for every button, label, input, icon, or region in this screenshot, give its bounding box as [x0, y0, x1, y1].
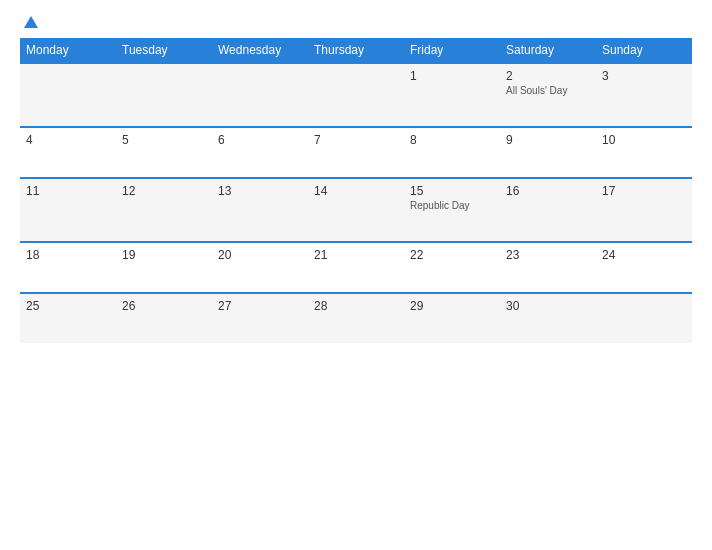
day-header-tuesday: Tuesday [116, 38, 212, 63]
holiday-label: All Souls' Day [506, 85, 590, 96]
calendar-cell [596, 293, 692, 343]
day-number: 26 [122, 299, 206, 313]
day-number: 1 [410, 69, 494, 83]
calendar-cell: 5 [116, 127, 212, 178]
calendar-cell: 12 [116, 178, 212, 242]
day-number: 19 [122, 248, 206, 262]
calendar-cell: 26 [116, 293, 212, 343]
day-number: 27 [218, 299, 302, 313]
day-number: 28 [314, 299, 398, 313]
day-header-thursday: Thursday [308, 38, 404, 63]
calendar-cell: 17 [596, 178, 692, 242]
calendar-week-2: 45678910 [20, 127, 692, 178]
calendar-week-4: 18192021222324 [20, 242, 692, 293]
day-number: 30 [506, 299, 590, 313]
day-number: 11 [26, 184, 110, 198]
calendar-week-3: 1112131415Republic Day1617 [20, 178, 692, 242]
page-header [20, 16, 692, 28]
calendar-cell: 11 [20, 178, 116, 242]
day-number: 10 [602, 133, 686, 147]
day-number: 25 [26, 299, 110, 313]
calendar-cell: 3 [596, 63, 692, 127]
calendar-cell [308, 63, 404, 127]
calendar-cell: 15Republic Day [404, 178, 500, 242]
calendar-cell: 19 [116, 242, 212, 293]
holiday-label: Republic Day [410, 200, 494, 211]
day-number: 24 [602, 248, 686, 262]
day-number: 4 [26, 133, 110, 147]
day-number: 7 [314, 133, 398, 147]
calendar-cell: 24 [596, 242, 692, 293]
day-number: 21 [314, 248, 398, 262]
calendar-cell: 9 [500, 127, 596, 178]
day-number: 5 [122, 133, 206, 147]
day-header-saturday: Saturday [500, 38, 596, 63]
calendar-cell: 22 [404, 242, 500, 293]
day-number: 16 [506, 184, 590, 198]
calendar-cell: 14 [308, 178, 404, 242]
logo [20, 16, 38, 28]
day-header-friday: Friday [404, 38, 500, 63]
day-header-wednesday: Wednesday [212, 38, 308, 63]
day-header-sunday: Sunday [596, 38, 692, 63]
day-number: 2 [506, 69, 590, 83]
calendar-header-row: MondayTuesdayWednesdayThursdayFridaySatu… [20, 38, 692, 63]
calendar-cell: 6 [212, 127, 308, 178]
day-number: 8 [410, 133, 494, 147]
calendar-cell: 2All Souls' Day [500, 63, 596, 127]
day-number: 22 [410, 248, 494, 262]
calendar-cell [20, 63, 116, 127]
day-number: 15 [410, 184, 494, 198]
calendar-cell: 16 [500, 178, 596, 242]
calendar-body: 12All Souls' Day3456789101112131415Repub… [20, 63, 692, 343]
calendar-cell: 10 [596, 127, 692, 178]
day-number: 23 [506, 248, 590, 262]
calendar-cell: 28 [308, 293, 404, 343]
calendar-table: MondayTuesdayWednesdayThursdayFridaySatu… [20, 38, 692, 343]
day-number: 14 [314, 184, 398, 198]
calendar-cell: 8 [404, 127, 500, 178]
calendar-cell: 20 [212, 242, 308, 293]
calendar-cell: 21 [308, 242, 404, 293]
calendar-cell: 7 [308, 127, 404, 178]
day-number: 29 [410, 299, 494, 313]
calendar-cell: 1 [404, 63, 500, 127]
calendar-cell: 4 [20, 127, 116, 178]
calendar-cell: 29 [404, 293, 500, 343]
calendar-cell [212, 63, 308, 127]
calendar-week-1: 12All Souls' Day3 [20, 63, 692, 127]
calendar-week-5: 252627282930 [20, 293, 692, 343]
day-number: 3 [602, 69, 686, 83]
day-header-monday: Monday [20, 38, 116, 63]
day-number: 9 [506, 133, 590, 147]
calendar-cell [116, 63, 212, 127]
day-number: 13 [218, 184, 302, 198]
calendar-cell: 13 [212, 178, 308, 242]
logo-triangle-icon [24, 16, 38, 28]
day-number: 20 [218, 248, 302, 262]
day-number: 18 [26, 248, 110, 262]
calendar-cell: 30 [500, 293, 596, 343]
day-number: 12 [122, 184, 206, 198]
calendar-page: MondayTuesdayWednesdayThursdayFridaySatu… [0, 0, 712, 550]
logo-blue-text [20, 16, 38, 28]
calendar-cell: 27 [212, 293, 308, 343]
day-number: 6 [218, 133, 302, 147]
calendar-cell: 25 [20, 293, 116, 343]
calendar-cell: 23 [500, 242, 596, 293]
day-number: 17 [602, 184, 686, 198]
calendar-cell: 18 [20, 242, 116, 293]
